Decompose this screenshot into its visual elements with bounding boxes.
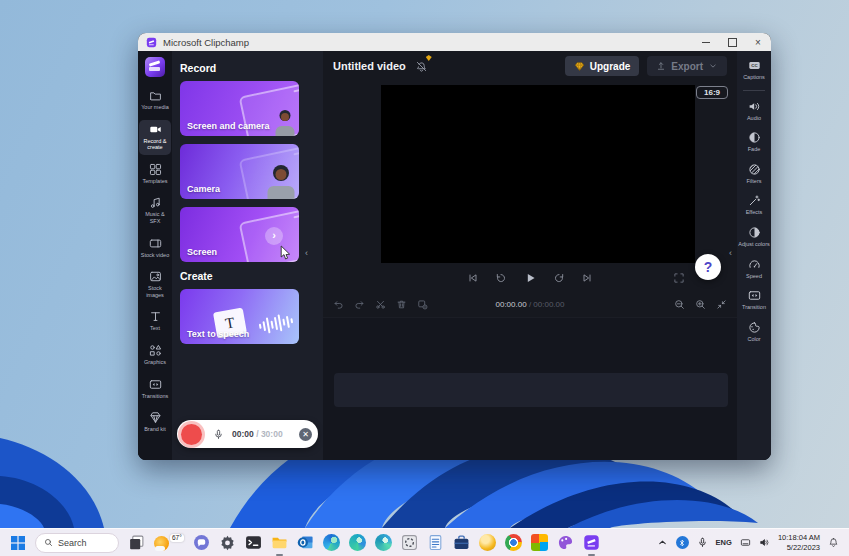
clock-time: 10:18:04 AM <box>778 533 820 542</box>
briefcase-icon[interactable] <box>453 534 470 551</box>
rail-item-transition[interactable]: Transition <box>738 287 770 313</box>
settings-icon[interactable] <box>219 534 236 551</box>
left-nav-rail: Your media Record & create Templates Mus… <box>138 51 172 460</box>
project-header: Untitled video <box>323 51 737 81</box>
fullscreen-button[interactable] <box>673 272 685 284</box>
help-button[interactable]: ? <box>695 254 721 280</box>
project-title[interactable]: Untitled video <box>333 60 406 72</box>
undo-button[interactable] <box>333 299 344 310</box>
snipping-tool-icon[interactable] <box>401 534 418 551</box>
edge-dev-icon[interactable] <box>375 534 392 551</box>
notifications-off-icon[interactable] <box>414 59 429 73</box>
fast-forward-button[interactable] <box>553 272 565 284</box>
window-titlebar[interactable]: Microsoft Clipchamp × <box>138 33 771 51</box>
hidden-icons-chevron[interactable] <box>657 537 668 548</box>
duplicate-record-button[interactable] <box>417 299 428 310</box>
camera-person-thumbnail <box>274 110 296 136</box>
chat-icon[interactable] <box>193 534 210 551</box>
sidebar-item-templates[interactable]: Templates <box>139 160 171 189</box>
clipchamp-logo[interactable] <box>145 57 165 77</box>
sidebar-item-stock-images[interactable]: Stock images <box>139 267 171 302</box>
sidebar-item-music-sfx[interactable]: Music & SFX <box>139 193 171 228</box>
chrome-icon[interactable] <box>505 534 522 551</box>
clock[interactable]: 10:18:04 AM 5/22/2023 <box>778 533 820 552</box>
minimize-button[interactable] <box>693 33 719 51</box>
rail-item-audio[interactable]: Audio <box>738 98 770 124</box>
rail-item-speed[interactable]: Speed <box>738 256 770 282</box>
screen-and-camera-card[interactable]: Screen and camera <box>180 81 299 136</box>
film-icon <box>149 237 162 250</box>
redo-button[interactable] <box>354 299 365 310</box>
maximize-button[interactable] <box>719 33 745 51</box>
text-to-speech-card[interactable]: T Text to speech <box>180 289 299 344</box>
music-icon <box>149 196 162 209</box>
collapse-panel-chevron[interactable]: ‹ <box>305 248 308 258</box>
playback-controls <box>323 265 737 291</box>
close-button[interactable]: × <box>745 33 771 51</box>
clipchamp-icon[interactable] <box>583 534 600 551</box>
sidebar-item-stock-video[interactable]: Stock video <box>139 234 171 263</box>
notifications-bell-icon[interactable] <box>828 537 839 548</box>
ms-store-icon[interactable] <box>531 534 548 551</box>
rail-item-filters[interactable]: Filters <box>738 161 770 187</box>
taskbar: Search 67° ENG 10:18 <box>0 528 849 556</box>
edge-beta-icon[interactable] <box>349 534 366 551</box>
speaker-icon[interactable] <box>759 537 770 548</box>
sidebar-item-brand-kit[interactable]: Brand kit <box>139 408 171 437</box>
outlook-icon[interactable] <box>297 534 314 551</box>
rail-item-adjust-colors[interactable]: Adjust colors <box>738 224 770 250</box>
file-explorer-icon[interactable] <box>271 534 288 551</box>
record-button[interactable] <box>181 424 202 445</box>
close-recorder-button[interactable]: ✕ <box>299 428 312 441</box>
microphone-icon[interactable] <box>213 429 224 440</box>
rail-item-captions[interactable]: CC Captions <box>738 57 770 83</box>
delete-button[interactable] <box>396 299 407 310</box>
zoom-to-fit-button[interactable] <box>716 299 727 310</box>
touch-keyboard-icon[interactable] <box>740 537 751 548</box>
window-title: Microsoft Clipchamp <box>163 37 249 48</box>
camera-card[interactable]: Camera <box>180 144 299 199</box>
graphics-icon <box>149 344 162 357</box>
zoom-out-button[interactable] <box>674 299 685 310</box>
sidebar-item-text[interactable]: Text <box>139 307 171 336</box>
gem-icon <box>574 61 585 72</box>
rail-item-effects[interactable]: Effects <box>738 192 770 218</box>
video-preview[interactable] <box>381 85 695 263</box>
skip-to-end-button[interactable] <box>581 272 593 284</box>
paint-icon[interactable] <box>557 534 574 551</box>
sidebar-item-graphics[interactable]: Graphics <box>139 341 171 370</box>
play-button[interactable] <box>523 271 537 285</box>
rail-item-fade[interactable]: Fade <box>738 129 770 155</box>
aspect-ratio-badge[interactable]: 16:9 <box>696 86 728 99</box>
notepad-icon[interactable] <box>427 534 444 551</box>
terminal-icon[interactable] <box>245 534 262 551</box>
task-view-icon[interactable] <box>128 534 145 551</box>
taskbar-search[interactable]: Search <box>35 533 119 553</box>
skip-to-start-button[interactable] <box>467 272 479 284</box>
edge-icon[interactable] <box>323 534 340 551</box>
sidebar-item-your-media[interactable]: Your media <box>139 86 171 115</box>
svg-text:CC: CC <box>751 63 758 68</box>
rewind-button[interactable] <box>495 272 507 284</box>
cc-icon: CC <box>748 59 761 72</box>
desktop: Microsoft Clipchamp × Your media Record … <box>0 0 849 556</box>
weather-widget[interactable]: 67° <box>154 534 184 551</box>
start-button-icon[interactable] <box>10 535 26 551</box>
timeline[interactable] <box>323 317 737 460</box>
folder-icon <box>149 89 162 102</box>
empty-timeline-track[interactable] <box>334 373 728 407</box>
zoom-in-button[interactable] <box>695 299 706 310</box>
screen-card[interactable]: › Screen <box>180 207 299 262</box>
sidebar-item-transitions[interactable]: Transitions <box>139 375 171 404</box>
gold-app-icon[interactable] <box>479 534 496 551</box>
collapse-rail-chevron[interactable]: ‹ <box>729 248 732 258</box>
export-button[interactable]: Export <box>647 56 727 76</box>
next-arrow-button[interactable]: › <box>265 227 283 245</box>
rail-item-color[interactable]: Color <box>738 319 770 345</box>
upgrade-button[interactable]: Upgrade <box>565 56 640 76</box>
microphone-tray-icon[interactable] <box>697 537 708 548</box>
split-scissors-button[interactable] <box>375 299 386 310</box>
sidebar-item-record-create[interactable]: Record & create <box>139 120 171 155</box>
bluetooth-icon[interactable] <box>676 536 689 549</box>
language-indicator[interactable]: ENG <box>716 538 732 547</box>
